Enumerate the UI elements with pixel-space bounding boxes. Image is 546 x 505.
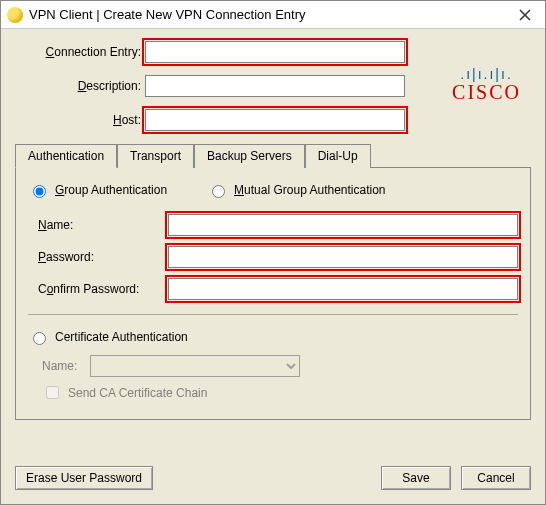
mutual-group-auth-radio-label[interactable]: Mutual Group Authentication <box>207 182 385 198</box>
description-input[interactable] <box>145 75 405 97</box>
tab-backup-servers[interactable]: Backup Servers <box>194 144 305 168</box>
group-auth-radio[interactable] <box>33 185 46 198</box>
host-row: Host: <box>15 109 531 131</box>
tab-dial-up[interactable]: Dial-Up <box>305 144 371 168</box>
name-row: Name: <box>28 214 518 236</box>
cert-name-label: Name: <box>42 359 90 373</box>
cert-auth-radio[interactable] <box>33 332 46 345</box>
tab-authentication[interactable]: Authentication <box>15 144 117 168</box>
tab-transport[interactable]: Transport <box>117 144 194 168</box>
description-label: Description: <box>15 79 145 93</box>
password-input[interactable] <box>168 246 518 268</box>
confirm-password-label: Confirm Password: <box>28 282 168 296</box>
vpn-dialog: VPN Client | Create New VPN Connection E… <box>0 0 546 505</box>
save-button[interactable]: Save <box>381 466 451 490</box>
group-auth-radio-label[interactable]: Group Authentication <box>28 182 167 198</box>
cert-auth-radio-label[interactable]: Certificate Authentication <box>28 329 518 345</box>
cert-name-row: Name: <box>42 355 518 377</box>
confirm-password-input[interactable] <box>168 278 518 300</box>
name-input[interactable] <box>168 214 518 236</box>
connection-entry-label: Connection Entry: <box>15 45 145 59</box>
connection-entry-input[interactable] <box>145 41 405 63</box>
auth-mode-row: Group Authentication Mutual Group Authen… <box>28 182 518 198</box>
tabstrip: Authentication Transport Backup Servers … <box>15 143 531 168</box>
send-ca-chain-checkbox <box>46 386 59 399</box>
cancel-button[interactable]: Cancel <box>461 466 531 490</box>
divider <box>28 314 518 315</box>
host-input[interactable] <box>145 109 405 131</box>
footer: Erase User Password Save Cancel <box>1 456 545 504</box>
password-row: Password: <box>28 246 518 268</box>
mutual-group-auth-radio[interactable] <box>212 185 225 198</box>
password-label: Password: <box>28 250 168 264</box>
send-ca-chain-label: Send CA Certificate Chain <box>42 383 518 402</box>
connection-entry-row: Connection Entry: <box>15 41 531 63</box>
cisco-logo: .ı|ı.ı|ı. CISCO <box>452 67 521 104</box>
close-icon <box>519 9 531 21</box>
confirm-password-row: Confirm Password: <box>28 278 518 300</box>
cert-auth-section: Certificate Authentication Name: Send CA… <box>28 329 518 402</box>
cisco-bars-icon: .ı|ı.ı|ı. <box>452 67 521 81</box>
cisco-text: CISCO <box>452 81 521 104</box>
erase-user-password-button[interactable]: Erase User Password <box>15 466 153 490</box>
close-button[interactable] <box>511 5 539 25</box>
dialog-body: .ı|ı.ı|ı. CISCO Connection Entry: Descri… <box>1 29 545 456</box>
host-label: Host: <box>15 113 145 127</box>
window-title: VPN Client | Create New VPN Connection E… <box>29 7 505 22</box>
cert-name-select <box>90 355 300 377</box>
auth-panel: Group Authentication Mutual Group Authen… <box>15 168 531 420</box>
app-icon <box>7 7 23 23</box>
name-label: Name: <box>28 218 168 232</box>
titlebar: VPN Client | Create New VPN Connection E… <box>1 1 545 29</box>
